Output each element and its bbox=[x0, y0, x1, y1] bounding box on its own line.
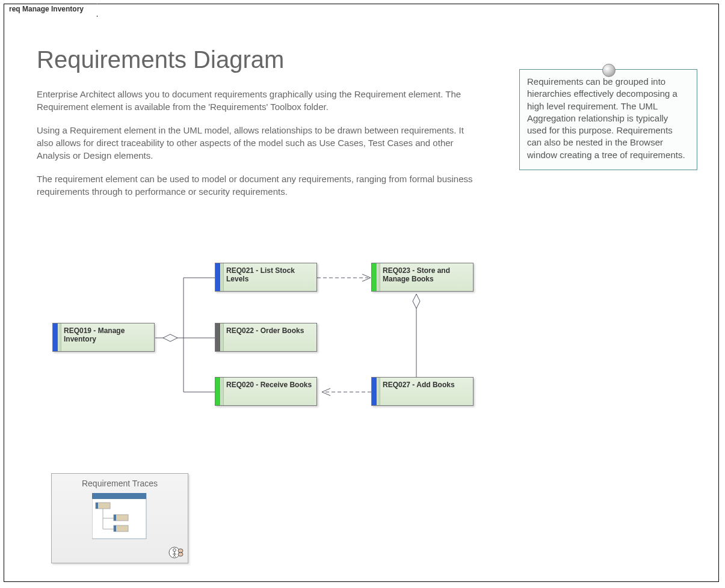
requirement-req022[interactable]: REQ022 - Order Books bbox=[215, 323, 317, 352]
navigation-cell-thumbnail bbox=[92, 493, 147, 540]
status-stripe bbox=[215, 263, 224, 291]
requirement-req020[interactable]: REQ020 - Receive Books bbox=[215, 377, 317, 406]
svg-point-24 bbox=[178, 553, 183, 556]
svg-marker-1 bbox=[163, 334, 177, 341]
requirement-label: REQ021 - List Stock Levels bbox=[226, 266, 313, 284]
svg-rect-20 bbox=[114, 525, 116, 531]
requirement-label: REQ019 - Manage Inventory bbox=[64, 326, 151, 344]
requirement-req021[interactable]: REQ021 - List Stock Levels bbox=[215, 263, 317, 292]
svg-point-23 bbox=[178, 549, 183, 553]
svg-rect-13 bbox=[96, 503, 98, 509]
svg-rect-11 bbox=[92, 493, 146, 499]
requirement-req027[interactable]: REQ027 - Add Books bbox=[371, 377, 474, 406]
navigation-cell-requirement-traces[interactable]: Requirement Traces bbox=[51, 473, 188, 563]
navigation-cell-title: Requirement Traces bbox=[52, 479, 188, 488]
requirement-label: REQ022 - Order Books bbox=[226, 326, 313, 335]
status-stripe bbox=[53, 323, 61, 351]
requirement-req023[interactable]: REQ023 - Store and Manage Books bbox=[371, 263, 474, 292]
status-stripe bbox=[372, 263, 380, 291]
requirement-label: REQ020 - Receive Books bbox=[226, 381, 313, 389]
diagram-frame: req Manage Inventory Requirements Diagra… bbox=[4, 4, 719, 582]
status-stripe bbox=[372, 378, 380, 405]
requirement-label: REQ027 - Add Books bbox=[383, 381, 470, 389]
status-stripe bbox=[215, 378, 224, 405]
requirement-req019[interactable]: REQ019 - Manage Inventory bbox=[52, 323, 155, 352]
composite-indicator-icon bbox=[168, 546, 184, 559]
svg-marker-8 bbox=[413, 294, 420, 308]
svg-rect-17 bbox=[114, 515, 116, 521]
status-stripe bbox=[215, 323, 224, 351]
requirement-label: REQ023 - Store and Manage Books bbox=[383, 266, 470, 284]
